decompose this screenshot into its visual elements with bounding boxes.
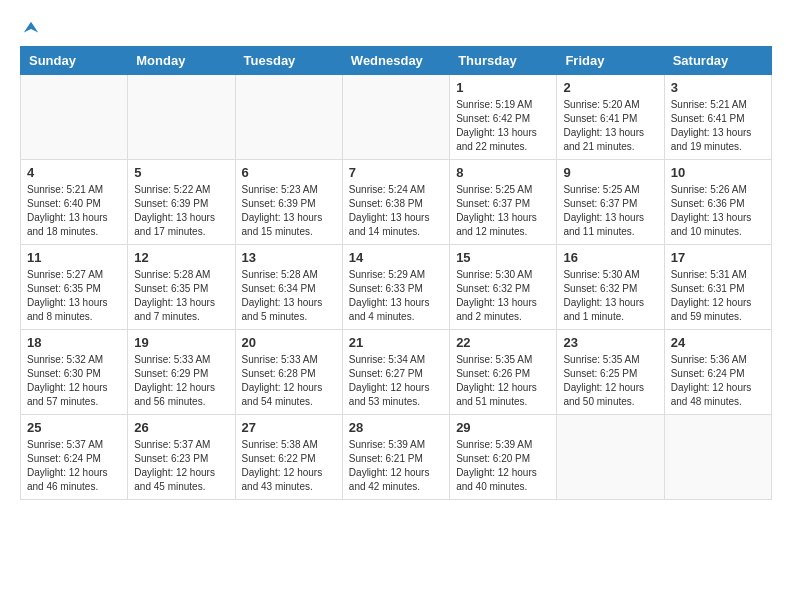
day-number: 13: [242, 250, 336, 265]
day-info: Sunrise: 5:21 AMSunset: 6:41 PMDaylight:…: [671, 98, 765, 154]
day-of-week-header: Tuesday: [235, 47, 342, 75]
calendar-cell: [128, 75, 235, 160]
calendar-cell: 23Sunrise: 5:35 AMSunset: 6:25 PMDayligh…: [557, 330, 664, 415]
calendar-cell: 5Sunrise: 5:22 AMSunset: 6:39 PMDaylight…: [128, 160, 235, 245]
logo: [20, 20, 40, 36]
calendar-cell: 25Sunrise: 5:37 AMSunset: 6:24 PMDayligh…: [21, 415, 128, 500]
day-info: Sunrise: 5:30 AMSunset: 6:32 PMDaylight:…: [456, 268, 550, 324]
calendar-cell: 16Sunrise: 5:30 AMSunset: 6:32 PMDayligh…: [557, 245, 664, 330]
day-info: Sunrise: 5:37 AMSunset: 6:23 PMDaylight:…: [134, 438, 228, 494]
header: [20, 20, 772, 36]
day-info: Sunrise: 5:33 AMSunset: 6:28 PMDaylight:…: [242, 353, 336, 409]
day-number: 22: [456, 335, 550, 350]
day-info: Sunrise: 5:33 AMSunset: 6:29 PMDaylight:…: [134, 353, 228, 409]
day-number: 29: [456, 420, 550, 435]
calendar-cell: [235, 75, 342, 160]
day-number: 5: [134, 165, 228, 180]
calendar-cell: 19Sunrise: 5:33 AMSunset: 6:29 PMDayligh…: [128, 330, 235, 415]
day-info: Sunrise: 5:29 AMSunset: 6:33 PMDaylight:…: [349, 268, 443, 324]
day-info: Sunrise: 5:32 AMSunset: 6:30 PMDaylight:…: [27, 353, 121, 409]
calendar-cell: 15Sunrise: 5:30 AMSunset: 6:32 PMDayligh…: [450, 245, 557, 330]
day-of-week-header: Saturday: [664, 47, 771, 75]
day-number: 24: [671, 335, 765, 350]
calendar-cell: 4Sunrise: 5:21 AMSunset: 6:40 PMDaylight…: [21, 160, 128, 245]
day-info: Sunrise: 5:38 AMSunset: 6:22 PMDaylight:…: [242, 438, 336, 494]
logo-bird-icon: [22, 20, 40, 38]
calendar-cell: 2Sunrise: 5:20 AMSunset: 6:41 PMDaylight…: [557, 75, 664, 160]
day-info: Sunrise: 5:20 AMSunset: 6:41 PMDaylight:…: [563, 98, 657, 154]
calendar-week-row: 18Sunrise: 5:32 AMSunset: 6:30 PMDayligh…: [21, 330, 772, 415]
day-number: 20: [242, 335, 336, 350]
day-number: 2: [563, 80, 657, 95]
day-number: 1: [456, 80, 550, 95]
day-info: Sunrise: 5:35 AMSunset: 6:26 PMDaylight:…: [456, 353, 550, 409]
day-info: Sunrise: 5:39 AMSunset: 6:21 PMDaylight:…: [349, 438, 443, 494]
day-of-week-header: Sunday: [21, 47, 128, 75]
day-info: Sunrise: 5:36 AMSunset: 6:24 PMDaylight:…: [671, 353, 765, 409]
day-number: 7: [349, 165, 443, 180]
day-info: Sunrise: 5:26 AMSunset: 6:36 PMDaylight:…: [671, 183, 765, 239]
day-number: 23: [563, 335, 657, 350]
day-number: 9: [563, 165, 657, 180]
calendar-cell: 24Sunrise: 5:36 AMSunset: 6:24 PMDayligh…: [664, 330, 771, 415]
day-number: 15: [456, 250, 550, 265]
day-number: 3: [671, 80, 765, 95]
day-number: 12: [134, 250, 228, 265]
day-of-week-header: Thursday: [450, 47, 557, 75]
calendar-cell: 17Sunrise: 5:31 AMSunset: 6:31 PMDayligh…: [664, 245, 771, 330]
calendar-cell: 13Sunrise: 5:28 AMSunset: 6:34 PMDayligh…: [235, 245, 342, 330]
calendar-cell: 7Sunrise: 5:24 AMSunset: 6:38 PMDaylight…: [342, 160, 449, 245]
calendar-week-row: 4Sunrise: 5:21 AMSunset: 6:40 PMDaylight…: [21, 160, 772, 245]
calendar-cell: 27Sunrise: 5:38 AMSunset: 6:22 PMDayligh…: [235, 415, 342, 500]
day-info: Sunrise: 5:31 AMSunset: 6:31 PMDaylight:…: [671, 268, 765, 324]
calendar-cell: [557, 415, 664, 500]
day-number: 16: [563, 250, 657, 265]
day-number: 8: [456, 165, 550, 180]
day-number: 17: [671, 250, 765, 265]
calendar-header-row: SundayMondayTuesdayWednesdayThursdayFrid…: [21, 47, 772, 75]
calendar-week-row: 25Sunrise: 5:37 AMSunset: 6:24 PMDayligh…: [21, 415, 772, 500]
day-number: 26: [134, 420, 228, 435]
calendar-cell: [664, 415, 771, 500]
calendar-cell: 9Sunrise: 5:25 AMSunset: 6:37 PMDaylight…: [557, 160, 664, 245]
day-of-week-header: Wednesday: [342, 47, 449, 75]
calendar-cell: 28Sunrise: 5:39 AMSunset: 6:21 PMDayligh…: [342, 415, 449, 500]
calendar-cell: [342, 75, 449, 160]
svg-marker-0: [24, 22, 38, 33]
calendar-cell: 1Sunrise: 5:19 AMSunset: 6:42 PMDaylight…: [450, 75, 557, 160]
calendar-cell: 12Sunrise: 5:28 AMSunset: 6:35 PMDayligh…: [128, 245, 235, 330]
calendar-cell: 3Sunrise: 5:21 AMSunset: 6:41 PMDaylight…: [664, 75, 771, 160]
calendar-cell: 6Sunrise: 5:23 AMSunset: 6:39 PMDaylight…: [235, 160, 342, 245]
day-info: Sunrise: 5:28 AMSunset: 6:34 PMDaylight:…: [242, 268, 336, 324]
day-number: 11: [27, 250, 121, 265]
day-info: Sunrise: 5:19 AMSunset: 6:42 PMDaylight:…: [456, 98, 550, 154]
calendar-cell: 26Sunrise: 5:37 AMSunset: 6:23 PMDayligh…: [128, 415, 235, 500]
calendar-week-row: 1Sunrise: 5:19 AMSunset: 6:42 PMDaylight…: [21, 75, 772, 160]
calendar-cell: 8Sunrise: 5:25 AMSunset: 6:37 PMDaylight…: [450, 160, 557, 245]
calendar-week-row: 11Sunrise: 5:27 AMSunset: 6:35 PMDayligh…: [21, 245, 772, 330]
calendar-cell: 20Sunrise: 5:33 AMSunset: 6:28 PMDayligh…: [235, 330, 342, 415]
day-info: Sunrise: 5:39 AMSunset: 6:20 PMDaylight:…: [456, 438, 550, 494]
calendar-cell: 29Sunrise: 5:39 AMSunset: 6:20 PMDayligh…: [450, 415, 557, 500]
day-number: 10: [671, 165, 765, 180]
day-info: Sunrise: 5:34 AMSunset: 6:27 PMDaylight:…: [349, 353, 443, 409]
day-info: Sunrise: 5:27 AMSunset: 6:35 PMDaylight:…: [27, 268, 121, 324]
day-number: 18: [27, 335, 121, 350]
day-info: Sunrise: 5:28 AMSunset: 6:35 PMDaylight:…: [134, 268, 228, 324]
calendar-table: SundayMondayTuesdayWednesdayThursdayFrid…: [20, 46, 772, 500]
calendar-cell: 11Sunrise: 5:27 AMSunset: 6:35 PMDayligh…: [21, 245, 128, 330]
day-info: Sunrise: 5:35 AMSunset: 6:25 PMDaylight:…: [563, 353, 657, 409]
day-of-week-header: Friday: [557, 47, 664, 75]
day-info: Sunrise: 5:22 AMSunset: 6:39 PMDaylight:…: [134, 183, 228, 239]
day-number: 4: [27, 165, 121, 180]
day-of-week-header: Monday: [128, 47, 235, 75]
calendar-cell: 18Sunrise: 5:32 AMSunset: 6:30 PMDayligh…: [21, 330, 128, 415]
calendar-cell: 22Sunrise: 5:35 AMSunset: 6:26 PMDayligh…: [450, 330, 557, 415]
day-info: Sunrise: 5:25 AMSunset: 6:37 PMDaylight:…: [563, 183, 657, 239]
day-number: 6: [242, 165, 336, 180]
day-number: 25: [27, 420, 121, 435]
day-info: Sunrise: 5:24 AMSunset: 6:38 PMDaylight:…: [349, 183, 443, 239]
day-number: 14: [349, 250, 443, 265]
calendar-cell: 10Sunrise: 5:26 AMSunset: 6:36 PMDayligh…: [664, 160, 771, 245]
calendar-cell: 21Sunrise: 5:34 AMSunset: 6:27 PMDayligh…: [342, 330, 449, 415]
